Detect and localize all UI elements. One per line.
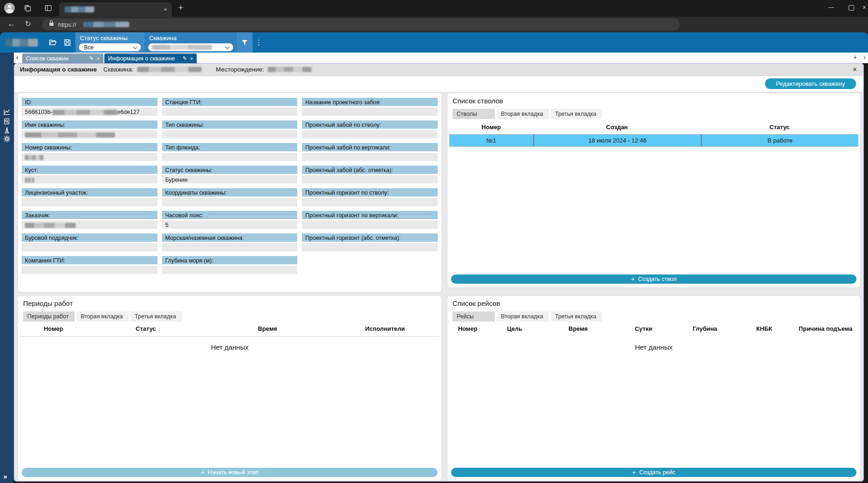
- tab-well-info[interactable]: Информация о скважине ✎ ×: [104, 54, 197, 63]
- create-run-button[interactable]: + Создать рейс: [451, 468, 856, 477]
- tab-label: Информация о скважине: [108, 55, 179, 62]
- gear-icon[interactable]: [3, 135, 11, 143]
- browser-tab-strip: × + — ×: [0, 0, 868, 17]
- well-status-select[interactable]: Все: [79, 43, 141, 51]
- well-status-label: Статус скважины: [80, 35, 127, 42]
- redacted-text: [25, 178, 34, 183]
- column-header: Номер: [449, 325, 486, 332]
- url-text: https://: [58, 21, 76, 28]
- tabs-scroll-right-icon[interactable]: ›: [863, 54, 866, 61]
- field-label: Номер скважины:: [22, 143, 157, 151]
- field-label: Тип скважины:: [162, 120, 298, 129]
- browser-tab[interactable]: ×: [59, 2, 172, 17]
- field-value: [22, 175, 157, 184]
- browser-profile-avatar[interactable]: [4, 3, 15, 13]
- address-bar[interactable]: https://: [42, 18, 680, 30]
- field-value: [302, 221, 438, 229]
- field-value: 5: [162, 221, 298, 229]
- tab-well-list[interactable]: Список скважин ✎ ×: [22, 54, 103, 63]
- field-label: Морская/наземная скважина:: [162, 233, 298, 242]
- panel-tab[interactable]: Третья вкладка: [551, 109, 602, 119]
- field-value: [22, 198, 157, 206]
- kebab-menu-icon[interactable]: ⋮: [255, 38, 262, 47]
- browser-tab-title-redacted: [65, 6, 94, 12]
- pencil-icon[interactable]: ✎: [89, 55, 93, 61]
- well-select-value-redacted: [152, 45, 212, 50]
- field-value: [162, 198, 298, 206]
- field-label: Буровой подрядчик:: [22, 233, 157, 242]
- well-select[interactable]: [148, 43, 233, 51]
- table-cell: 18 июля 2024 - 12:46: [533, 135, 701, 146]
- back-icon[interactable]: ←: [7, 19, 15, 29]
- chevron-down-icon: [133, 45, 138, 49]
- save-icon[interactable]: [63, 38, 72, 47]
- field-value: [22, 266, 157, 274]
- field-value: [22, 153, 157, 161]
- panel-tab[interactable]: Вторая вкладка: [497, 109, 549, 119]
- sidebar-expand-icon[interactable]: »: [3, 472, 6, 480]
- workspaces-icon[interactable]: [24, 4, 32, 12]
- tab-label: Список скважин: [26, 55, 86, 62]
- app-logo-redacted: [6, 39, 38, 47]
- derrick-icon[interactable]: [3, 126, 11, 134]
- column-header: Глубина: [674, 325, 735, 332]
- chart-icon[interactable]: [3, 108, 11, 116]
- close-icon[interactable]: ×: [97, 56, 100, 61]
- well-status-value: Все: [84, 44, 94, 51]
- column-header: Цель: [486, 325, 543, 332]
- field-value: [302, 130, 438, 138]
- well-form: ID:5666103b-e6de127Имя скважины:Номер ск…: [22, 98, 438, 279]
- field-label: Проектный забой (абс. отметка):: [302, 166, 438, 174]
- periods-tabs: Периоды работВторая вкладкаТретья вкладк…: [23, 311, 182, 322]
- tab-close-icon[interactable]: ×: [163, 6, 167, 13]
- create-wellbore-button[interactable]: + Создать ствол: [451, 274, 856, 284]
- plus-icon: +: [201, 469, 205, 476]
- tab-actions-icon[interactable]: [44, 4, 52, 12]
- field-value: [302, 243, 438, 251]
- field-label: Название проектного забоя:: [302, 98, 438, 106]
- panel-tab[interactable]: Периоды работ: [23, 311, 75, 322]
- panel-tab[interactable]: Стволы: [452, 109, 495, 119]
- column-header: Номер: [20, 325, 87, 332]
- close-icon[interactable]: ×: [190, 56, 193, 61]
- column-header: Исполнители: [331, 325, 440, 332]
- add-view-tab-icon[interactable]: +: [853, 54, 857, 61]
- field-label: Станция ГТИ:: [162, 98, 298, 106]
- field-label: Проектный горизонт по вертикали:: [302, 211, 438, 219]
- edit-well-button[interactable]: Редактировать скважину: [765, 78, 856, 89]
- pencil-icon[interactable]: ✎: [182, 55, 187, 61]
- start-new-stage-button[interactable]: + Начать новый этап: [22, 468, 438, 477]
- field-value: [302, 153, 438, 161]
- column-header: Статус: [87, 325, 205, 332]
- panel-tab[interactable]: Рейсы: [452, 311, 495, 322]
- plus-icon: +: [632, 469, 636, 476]
- document-search-icon[interactable]: [3, 118, 10, 125]
- field-label: Компания ГТИ:: [22, 256, 157, 264]
- field-label: Заказчик:: [22, 211, 157, 219]
- wellbores-table-body: №118 июля 2024 - 12:46В работе: [449, 134, 858, 147]
- panel-tab[interactable]: Вторая вкладка: [497, 311, 549, 322]
- panel-tab[interactable]: Третья вкладка: [551, 311, 602, 322]
- redacted-text: [25, 132, 115, 137]
- empty-state-text: Нет данных: [447, 343, 860, 351]
- refresh-icon[interactable]: ↻: [25, 19, 31, 28]
- field-value: 5666103b-e6de127: [22, 107, 157, 116]
- window-maximize-button[interactable]: [849, 5, 854, 11]
- periods-table-header: НомерСтатусВремяИсполнители: [20, 325, 440, 337]
- field-label: Проектный горизонт по стволу:: [302, 188, 438, 197]
- form-column: Название проектного забоя:Проектный забо…: [302, 98, 438, 279]
- field-label: Тип флюида:: [162, 143, 298, 151]
- filter-icon[interactable]: [241, 39, 248, 46]
- window-minimize-button[interactable]: —: [828, 4, 834, 11]
- panel-tab[interactable]: Третья вкладка: [131, 311, 182, 322]
- panel-tab[interactable]: Вторая вкладка: [77, 311, 129, 322]
- table-row[interactable]: №118 июля 2024 - 12:46В работе: [449, 134, 858, 147]
- field-value: [302, 198, 438, 206]
- form-column: Станция ГТИ:Тип скважины:Тип флюида:Стат…: [162, 98, 298, 279]
- open-folder-icon[interactable]: [48, 38, 57, 47]
- window-close-button[interactable]: ×: [862, 4, 866, 11]
- tabs-scroll-left-icon[interactable]: ‹: [16, 54, 18, 61]
- new-tab-button[interactable]: +: [178, 3, 183, 13]
- close-view-icon[interactable]: ×: [853, 66, 857, 74]
- filter-section: [237, 32, 253, 53]
